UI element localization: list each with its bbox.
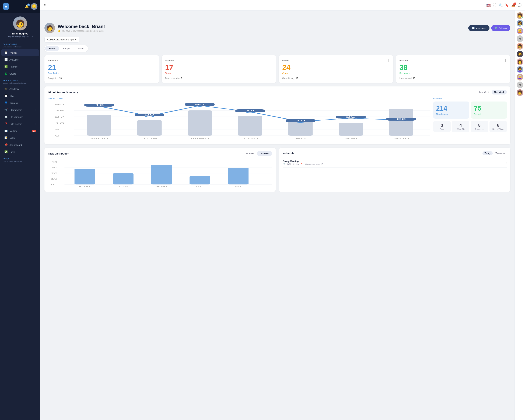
right-avatar-5[interactable]: 👧 — [517, 43, 523, 50]
right-avatar-6[interactable]: 🧔 — [517, 51, 523, 57]
sidebar-item-tasks[interactable]: ✅ Tasks — [1, 149, 39, 155]
sidebar-item-filemanager[interactable]: ☁️ File Manager — [1, 113, 39, 120]
task-dist-header: Task Distribution Last Week This Week — [48, 151, 272, 156]
sidebar-item-label-analytics: Analytics — [9, 58, 19, 61]
flag-icon[interactable]: 🇺🇸 — [486, 3, 491, 7]
right-avatar-2[interactable]: 👩 — [517, 20, 523, 27]
stat-footer-summary: Completed: 13 — [48, 77, 155, 79]
fullscreen-button[interactable]: ⛶ — [493, 3, 496, 7]
notification-button[interactable]: 🔔 3 — [25, 5, 29, 8]
overview-top: 214 New Issues 75 Closed — [433, 102, 507, 119]
topbar-left: ≡ — [44, 3, 46, 7]
task-dist-this-week-btn[interactable]: This Week — [257, 151, 272, 156]
main-content: 🧑 Welcome back, Brian! 🔔 You have 2 new … — [40, 10, 515, 420]
right-avatar-11[interactable]: 🧑 — [517, 89, 523, 96]
right-avatar-9[interactable]: 👩‍🦳 — [517, 74, 523, 81]
hamburger-button[interactable]: ≡ — [44, 3, 46, 7]
profile-name: Brian Hughes — [3, 32, 38, 35]
mini-label-triage: Needs Triage — [491, 128, 506, 130]
sidebar-item-mailbox[interactable]: ✉️ Mailbox 27 — [1, 128, 39, 134]
svg-rect-12 — [87, 115, 111, 136]
svg-text:45: 45 — [55, 103, 65, 105]
overview-panel: Overview 214 New Issues 75 Closed — [433, 97, 507, 141]
tabs: Home Budget Team — [45, 45, 88, 52]
stat-menu-issues[interactable]: ⋮ — [387, 59, 390, 62]
svg-text:27: 27 — [55, 116, 65, 118]
stat-menu-summary[interactable]: ⋮ — [153, 59, 155, 62]
sidebar-item-helpcenter[interactable]: ❓ Help Center › — [1, 121, 39, 127]
pages-sublabel: Custom made page designs — [0, 160, 40, 164]
sidebar-item-academy[interactable]: 🎓 Academy — [1, 85, 39, 92]
stat-footer-features: Implemented: 16 — [400, 77, 507, 79]
github-this-week-btn[interactable]: This Week — [492, 90, 507, 94]
sidebar-item-notes[interactable]: 📝 Notes — [1, 135, 39, 141]
schedule-title: Schedule — [283, 152, 294, 155]
stat-label-features: Proposals — [400, 72, 507, 75]
sidebar-item-project[interactable]: 📋 Project — [1, 49, 39, 56]
right-avatar-7[interactable]: 👩 — [517, 58, 523, 65]
schedule-toggle: Today Tomorrow — [482, 151, 507, 155]
sidebar-item-chat[interactable]: 💬 Chat — [1, 93, 39, 99]
schedule-today-btn[interactable]: Today — [482, 151, 493, 155]
tab-team[interactable]: Team — [74, 46, 87, 51]
right-avatar-3[interactable]: 👱 — [517, 28, 523, 34]
stat-title-overdue: Overdue — [165, 59, 174, 62]
stat-menu-features[interactable]: ⋮ — [504, 59, 507, 62]
mailbox-badge: 27 — [32, 130, 36, 132]
tab-budget[interactable]: Budget — [59, 46, 74, 51]
closed-box: 75 Closed — [471, 102, 507, 119]
welcome-left: 🧑 Welcome back, Brian! 🔔 You have 2 new … — [45, 23, 105, 33]
sidebar-item-crypto[interactable]: 💲 Crypto — [1, 70, 39, 77]
finance-icon: 💹 — [4, 65, 8, 68]
schedule-item-arrow[interactable]: › — [506, 161, 507, 164]
applications-sublabel: Custom made application designs — [0, 82, 40, 85]
messages-button[interactable]: ✉️ Messages — [468, 25, 489, 31]
bookmark-button[interactable]: 🔖 — [505, 3, 509, 7]
mini-number-triage: 6 — [491, 123, 506, 128]
notification-badge: 3 — [27, 3, 30, 6]
inbox-button[interactable]: 📥 5 — [511, 3, 515, 7]
right-avatar-1[interactable]: 🧑 — [517, 12, 523, 19]
right-avatar-8[interactable]: 👩‍🦱 — [517, 66, 523, 73]
svg-text:36: 36 — [55, 110, 65, 112]
search-button[interactable]: 🔍 — [499, 3, 503, 7]
sidebar-item-ecommerce[interactable]: 🛒 ECommerce › — [1, 107, 39, 113]
sidebar-item-finance[interactable]: 💹 Finance — [1, 63, 39, 70]
project-selector[interactable]: ACME Corp. Backend App ▾ — [45, 37, 79, 43]
right-avatar-4[interactable]: M — [517, 35, 523, 42]
stat-label-issues: Open — [282, 72, 390, 75]
sidebar-item-analytics[interactable]: 📊 Analytics — [1, 56, 39, 63]
welcome-sub: 🔔 You have 2 new messages and 15 new tas… — [58, 30, 105, 32]
online-indicator-2 — [521, 25, 523, 27]
sidebar-item-contacts[interactable]: 👤 Contacts — [1, 100, 39, 106]
overview-title: Overview — [433, 97, 507, 100]
stat-menu-overdue[interactable]: ⋮ — [270, 59, 272, 62]
schedule-tomorrow-btn[interactable]: Tomorrow — [493, 151, 507, 155]
academy-icon: 🎓 — [4, 87, 8, 91]
task-dist-week-toggle: Last Week This Week — [242, 151, 272, 156]
svg-text:20: 20 — [296, 120, 305, 121]
sidebar-item-label-helpcenter: Help Center — [9, 123, 21, 125]
user-avatar-top[interactable]: 😊 — [31, 3, 38, 10]
github-issues-card: Github Issues Summary Last Week This Wee… — [45, 86, 510, 144]
chevron-down-icon: ▾ — [75, 38, 76, 41]
sidebar-item-scrumboard[interactable]: 📌 Scrumboard — [1, 141, 39, 148]
stat-footer-issues: Closed today: 19 — [282, 77, 390, 79]
stat-title-summary: Summary — [48, 59, 58, 62]
tab-home[interactable]: Home — [45, 46, 59, 51]
contacts-icon: 👤 — [4, 101, 8, 104]
welcome-title: Welcome back, Brian! — [58, 24, 105, 29]
mini-number-reopened: 8 — [472, 123, 487, 128]
svg-text:43: 43 — [195, 103, 205, 105]
schedule-location-icon: 📍 — [301, 163, 303, 165]
stat-card-issues: Issues ⋮ 24 Open Closed today: 19 — [279, 55, 393, 83]
settings-button[interactable]: ⚙️ Settings — [491, 25, 510, 31]
app-logo[interactable]: ◆ — [3, 3, 9, 10]
closed-label: Closed — [474, 113, 504, 115]
chat-button[interactable]: 💬 — [518, 3, 522, 7]
svg-rect-16 — [288, 122, 313, 136]
github-last-week-btn[interactable]: Last Week — [477, 90, 491, 94]
task-dist-last-week-btn[interactable]: Last Week — [242, 151, 257, 156]
svg-text:Sat: Sat — [344, 137, 358, 140]
right-avatar-10[interactable]: M — [517, 82, 523, 88]
